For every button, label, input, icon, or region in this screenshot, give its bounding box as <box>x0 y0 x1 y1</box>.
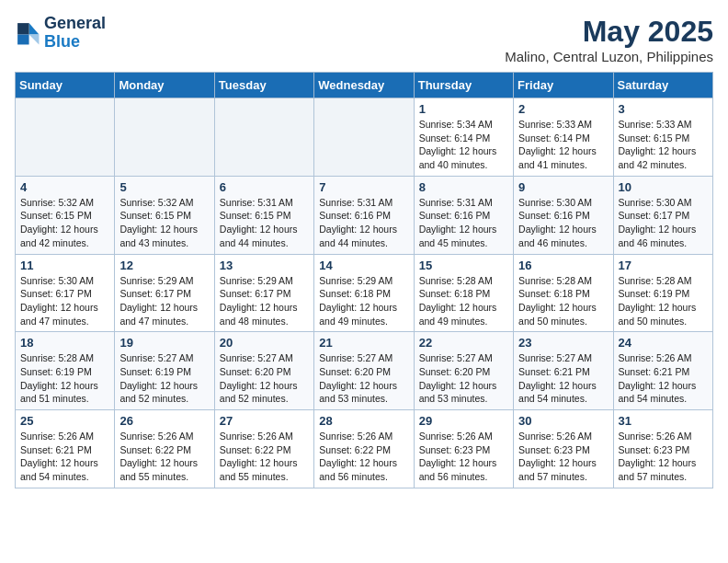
calendar-cell <box>314 98 414 177</box>
day-number: 23 <box>518 336 608 350</box>
weekday-header: Saturday <box>613 73 712 98</box>
day-number: 22 <box>419 336 508 350</box>
calendar-cell: 14Sunrise: 5:29 AM Sunset: 6:18 PM Dayli… <box>314 254 414 332</box>
cell-info: Sunrise: 5:26 AM Sunset: 6:22 PM Dayligh… <box>119 430 209 484</box>
calendar-cell: 16Sunrise: 5:28 AM Sunset: 6:18 PM Dayli… <box>514 254 613 332</box>
day-number: 4 <box>20 180 109 194</box>
cell-info: Sunrise: 5:29 AM Sunset: 6:17 PM Dayligh… <box>119 274 209 328</box>
cell-info: Sunrise: 5:26 AM Sunset: 6:23 PM Dayligh… <box>419 430 508 484</box>
cell-info: Sunrise: 5:28 AM Sunset: 6:19 PM Dayligh… <box>619 274 708 328</box>
cell-info: Sunrise: 5:27 AM Sunset: 6:20 PM Dayligh… <box>419 351 508 406</box>
calendar-cell: 30Sunrise: 5:26 AM Sunset: 6:23 PM Dayli… <box>514 410 613 488</box>
calendar-cell: 27Sunrise: 5:26 AM Sunset: 6:22 PM Dayli… <box>214 410 313 488</box>
calendar-week-row: 1Sunrise: 5:34 AM Sunset: 6:14 PM Daylig… <box>16 98 713 177</box>
day-number: 3 <box>619 102 708 116</box>
svg-rect-3 <box>17 34 28 44</box>
day-number: 19 <box>119 336 209 350</box>
calendar-cell: 22Sunrise: 5:27 AM Sunset: 6:20 PM Dayli… <box>414 332 513 410</box>
day-number: 12 <box>119 259 209 272</box>
day-number: 13 <box>220 259 309 272</box>
cell-info: Sunrise: 5:33 AM Sunset: 6:14 PM Dayligh… <box>518 118 608 172</box>
calendar-cell <box>214 98 313 177</box>
calendar-cell <box>115 98 214 177</box>
calendar-cell: 31Sunrise: 5:26 AM Sunset: 6:23 PM Dayli… <box>613 410 712 488</box>
weekday-header: Monday <box>115 73 214 98</box>
calendar-week-row: 11Sunrise: 5:30 AM Sunset: 6:17 PM Dayli… <box>16 254 713 332</box>
location: Malino, Central Luzon, Philippines <box>505 49 713 64</box>
calendar-cell: 21Sunrise: 5:27 AM Sunset: 6:20 PM Dayli… <box>314 332 414 410</box>
day-number: 20 <box>220 336 309 350</box>
day-number: 25 <box>20 414 109 428</box>
weekday-header: Sunday <box>16 73 115 98</box>
day-number: 2 <box>518 102 608 116</box>
calendar-cell: 26Sunrise: 5:26 AM Sunset: 6:22 PM Dayli… <box>115 410 214 488</box>
cell-info: Sunrise: 5:30 AM Sunset: 6:17 PM Dayligh… <box>20 274 109 328</box>
calendar-cell: 13Sunrise: 5:29 AM Sunset: 6:17 PM Dayli… <box>214 254 313 332</box>
calendar-cell: 9Sunrise: 5:30 AM Sunset: 6:16 PM Daylig… <box>514 176 613 254</box>
day-number: 5 <box>119 180 209 194</box>
day-number: 6 <box>220 180 309 194</box>
day-number: 27 <box>220 414 309 428</box>
day-number: 8 <box>419 180 508 194</box>
calendar-cell: 17Sunrise: 5:28 AM Sunset: 6:19 PM Dayli… <box>613 254 712 332</box>
day-number: 16 <box>518 259 608 272</box>
cell-info: Sunrise: 5:26 AM Sunset: 6:21 PM Dayligh… <box>20 430 109 484</box>
day-number: 29 <box>419 414 508 428</box>
cell-info: Sunrise: 5:31 AM Sunset: 6:16 PM Dayligh… <box>319 196 408 250</box>
cell-info: Sunrise: 5:29 AM Sunset: 6:18 PM Dayligh… <box>319 274 408 328</box>
logo-text: General Blue <box>44 15 106 52</box>
day-number: 14 <box>319 259 408 272</box>
day-number: 21 <box>319 336 408 350</box>
day-number: 26 <box>119 414 209 428</box>
title-block: May 2025 Malino, Central Luzon, Philippi… <box>505 15 713 64</box>
day-number: 18 <box>20 336 109 350</box>
calendar-cell: 2Sunrise: 5:33 AM Sunset: 6:14 PM Daylig… <box>514 98 613 177</box>
calendar-cell: 20Sunrise: 5:27 AM Sunset: 6:20 PM Dayli… <box>214 332 313 410</box>
calendar-cell: 11Sunrise: 5:30 AM Sunset: 6:17 PM Dayli… <box>16 254 115 332</box>
calendar-cell: 18Sunrise: 5:28 AM Sunset: 6:19 PM Dayli… <box>16 332 115 410</box>
weekday-header: Tuesday <box>214 73 313 98</box>
calendar-week-row: 4Sunrise: 5:32 AM Sunset: 6:15 PM Daylig… <box>16 176 713 254</box>
cell-info: Sunrise: 5:27 AM Sunset: 6:19 PM Dayligh… <box>119 351 209 406</box>
logo-icon <box>15 20 40 46</box>
cell-info: Sunrise: 5:26 AM Sunset: 6:23 PM Dayligh… <box>619 430 708 484</box>
calendar-cell: 7Sunrise: 5:31 AM Sunset: 6:16 PM Daylig… <box>314 176 414 254</box>
calendar-table: SundayMondayTuesdayWednesdayThursdayFrid… <box>15 72 713 488</box>
day-number: 15 <box>419 259 508 272</box>
calendar-cell: 15Sunrise: 5:28 AM Sunset: 6:18 PM Dayli… <box>414 254 513 332</box>
day-number: 17 <box>619 259 708 272</box>
day-number: 10 <box>619 180 708 194</box>
cell-info: Sunrise: 5:34 AM Sunset: 6:14 PM Dayligh… <box>419 118 508 172</box>
day-number: 1 <box>419 102 508 116</box>
cell-info: Sunrise: 5:26 AM Sunset: 6:23 PM Dayligh… <box>518 430 608 484</box>
cell-info: Sunrise: 5:33 AM Sunset: 6:15 PM Dayligh… <box>619 118 708 172</box>
cell-info: Sunrise: 5:28 AM Sunset: 6:18 PM Dayligh… <box>419 274 508 328</box>
day-number: 24 <box>619 336 708 350</box>
weekday-header-row: SundayMondayTuesdayWednesdayThursdayFrid… <box>16 73 713 98</box>
calendar-cell: 24Sunrise: 5:26 AM Sunset: 6:21 PM Dayli… <box>613 332 712 410</box>
cell-info: Sunrise: 5:30 AM Sunset: 6:17 PM Dayligh… <box>619 196 708 250</box>
day-number: 7 <box>319 180 408 194</box>
day-number: 11 <box>20 259 109 272</box>
calendar-cell: 29Sunrise: 5:26 AM Sunset: 6:23 PM Dayli… <box>414 410 513 488</box>
cell-info: Sunrise: 5:31 AM Sunset: 6:16 PM Dayligh… <box>419 196 508 250</box>
cell-info: Sunrise: 5:31 AM Sunset: 6:15 PM Dayligh… <box>220 196 309 250</box>
day-number: 31 <box>619 414 708 428</box>
calendar-cell: 8Sunrise: 5:31 AM Sunset: 6:16 PM Daylig… <box>414 176 513 254</box>
svg-rect-2 <box>17 23 28 34</box>
logo: General Blue <box>15 15 106 52</box>
cell-info: Sunrise: 5:28 AM Sunset: 6:18 PM Dayligh… <box>518 274 608 328</box>
cell-info: Sunrise: 5:27 AM Sunset: 6:20 PM Dayligh… <box>319 351 408 406</box>
calendar-week-row: 18Sunrise: 5:28 AM Sunset: 6:19 PM Dayli… <box>16 332 713 410</box>
cell-info: Sunrise: 5:32 AM Sunset: 6:15 PM Dayligh… <box>119 196 209 250</box>
calendar-cell: 23Sunrise: 5:27 AM Sunset: 6:21 PM Dayli… <box>514 332 613 410</box>
weekday-header: Wednesday <box>314 73 414 98</box>
cell-info: Sunrise: 5:27 AM Sunset: 6:20 PM Dayligh… <box>220 351 309 406</box>
svg-marker-0 <box>29 23 40 34</box>
day-number: 28 <box>319 414 408 428</box>
calendar-cell: 28Sunrise: 5:26 AM Sunset: 6:22 PM Dayli… <box>314 410 414 488</box>
cell-info: Sunrise: 5:30 AM Sunset: 6:16 PM Dayligh… <box>518 196 608 250</box>
cell-info: Sunrise: 5:29 AM Sunset: 6:17 PM Dayligh… <box>220 274 309 328</box>
page-header: General Blue May 2025 Malino, Central Lu… <box>15 15 713 64</box>
weekday-header: Friday <box>514 73 613 98</box>
